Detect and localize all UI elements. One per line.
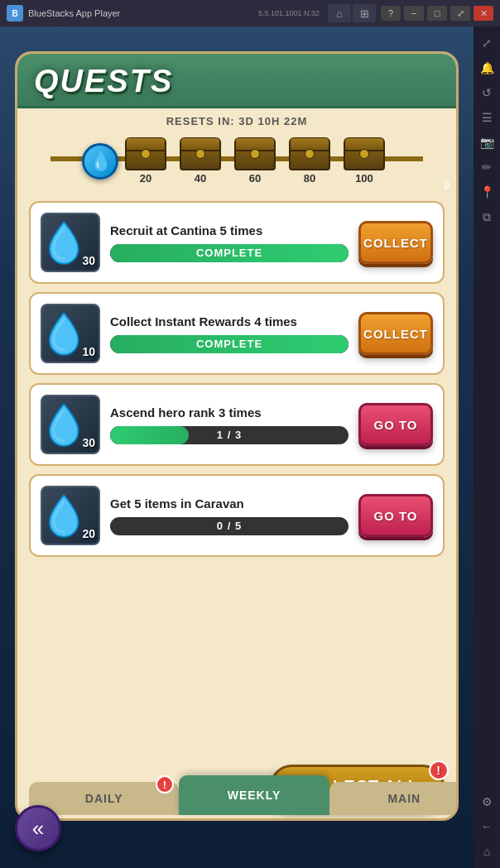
help-button[interactable]: ? <box>381 6 401 21</box>
minimize-button[interactable]: − <box>404 6 424 21</box>
chest-icon-1 <box>125 137 166 170</box>
quest-3-progress-fill <box>110 426 189 444</box>
home-nav-button[interactable]: ⌂ <box>328 4 351 22</box>
home-icon[interactable]: ⌂ <box>477 842 497 861</box>
quest-item-2: 10 Collect Instant Rewards 4 times COMPL… <box>29 292 445 375</box>
progress-track: 💧 0 20 40 60 80 100 <box>17 131 456 194</box>
quest-2-collect-button[interactable]: COLLECT <box>358 312 433 355</box>
quest-3-progress-bar: 1 / 3 <box>110 426 349 444</box>
game-area: QUESTS RESETS IN: 3D 10H 22M 💧 0 20 40 6… <box>0 26 474 868</box>
quest-3-goto-button[interactable]: GO TO <box>358 403 433 446</box>
chest-label-4: 80 <box>304 172 315 185</box>
track-chest-2: 40 <box>180 137 221 185</box>
quest-4-number: 20 <box>82 527 95 540</box>
quest-2-title: Collect Instant Rewards 4 times <box>110 314 349 330</box>
quest-4-progress-text: 0 / 5 <box>217 520 242 532</box>
quest-2-progress-bar: COMPLETE <box>110 335 349 353</box>
quest-drop-icon-2 <box>46 309 82 358</box>
restore-button[interactable]: □ <box>427 6 447 21</box>
quest-drop-icon-3 <box>46 400 82 449</box>
quest-drop-icon-4 <box>46 491 82 540</box>
camera-icon[interactable]: 📷 <box>477 132 497 152</box>
quest-item-4: 20 Get 5 items in Caravan 0 / 5 GO TO <box>29 474 445 557</box>
track-chest-1: 20 <box>125 137 166 185</box>
tab-weekly-label: WEEKLY <box>228 789 281 802</box>
quest-3-title: Ascend hero rank 3 times <box>110 405 349 421</box>
quest-item-3: 30 Ascend hero rank 3 times 1 / 3 GO TO <box>29 383 445 466</box>
quest-icon-box-1: 30 <box>41 213 100 272</box>
quests-header: QUESTS <box>17 54 456 108</box>
quest-4-progress-bar: 0 / 5 <box>110 517 349 535</box>
track-start: 💧 0 <box>82 143 118 180</box>
bottom-tabs: DAILY ! WEEKLY MAIN ! <box>17 772 459 818</box>
quest-3-progress-text: 1 / 3 <box>217 429 242 441</box>
pin-icon[interactable]: 📍 <box>477 182 497 202</box>
quest-item-1: 30 Recruit at Cantina 5 times COMPLETE C… <box>29 201 445 284</box>
maximize-button[interactable]: ⤢ <box>450 6 470 21</box>
layers-icon[interactable]: ⧉ <box>477 207 497 227</box>
chest-label-2: 40 <box>195 172 206 185</box>
tab-main[interactable]: MAIN ! <box>329 782 459 815</box>
close-button[interactable]: ✕ <box>474 6 493 21</box>
chest-icon-2 <box>180 137 221 170</box>
edit-icon[interactable]: ✏ <box>477 157 497 177</box>
quest-1-title: Recruit at Cantina 5 times <box>110 223 349 239</box>
quests-title: QUESTS <box>34 64 440 99</box>
track-start-value: 0 <box>444 180 450 191</box>
tab-main-badge: ! <box>456 775 459 794</box>
back-button[interactable]: « <box>15 805 61 851</box>
quest-1-content: Recruit at Cantina 5 times COMPLETE <box>110 223 349 262</box>
tab-daily-label: DAILY <box>85 792 123 805</box>
tab-main-label: MAIN <box>387 792 421 805</box>
quest-1-progress-bar: COMPLETE <box>110 244 349 262</box>
expand-icon[interactable]: ⤢ <box>477 33 497 53</box>
tab-weekly[interactable]: WEEKLY <box>179 775 329 815</box>
quest-icon-box-3: 30 <box>41 395 100 454</box>
chest-label-5: 100 <box>355 172 373 185</box>
rotate-icon[interactable]: ↺ <box>477 83 497 103</box>
quest-list: 30 Recruit at Cantina 5 times COMPLETE C… <box>17 194 456 756</box>
track-chest-5: 100 <box>344 137 385 185</box>
chest-icon-5 <box>344 137 385 170</box>
quest-2-content: Collect Instant Rewards 4 times COMPLETE <box>110 314 349 353</box>
drop-icon: 💧 <box>89 151 112 172</box>
quest-4-content: Get 5 items in Caravan 0 / 5 <box>110 496 349 535</box>
right-sidebar: ⤢ 🔔 ↺ ☰ 📷 ✏ 📍 ⧉ ⚙ ← ⌂ <box>474 26 500 868</box>
quest-drop-icon-1 <box>46 218 82 267</box>
window-controls: ? − □ ⤢ ✕ <box>381 6 493 21</box>
chest-label-1: 20 <box>140 172 151 185</box>
quest-4-goto-button[interactable]: GO TO <box>358 494 433 537</box>
back-icon: « <box>32 816 44 842</box>
chest-icon-3 <box>234 137 276 170</box>
quest-1-collect-button[interactable]: COLLECT <box>358 221 433 264</box>
resets-timer: RESETS IN: 3D 10H 22M <box>17 108 456 131</box>
track-chest-4: 80 <box>289 137 330 185</box>
chest-label-3: 60 <box>249 172 261 185</box>
quest-3-number: 30 <box>82 436 95 449</box>
chest-icon-4 <box>289 137 330 170</box>
quests-panel: QUESTS RESETS IN: 3D 10H 22M 💧 0 20 40 6… <box>15 51 459 821</box>
quest-3-content: Ascend hero rank 3 times 1 / 3 <box>110 405 349 444</box>
quest-2-progress-text: COMPLETE <box>196 338 262 350</box>
settings-icon[interactable]: ⚙ <box>477 792 497 812</box>
app-version: 5.5.101.1001 N:32 <box>258 9 320 17</box>
titlebar: B BlueStacks App Player 5.5.101.1001 N:3… <box>0 0 500 26</box>
track-chest-3: 60 <box>234 137 276 185</box>
quest-icon-box-4: 20 <box>41 486 100 545</box>
quest-4-title: Get 5 items in Caravan <box>110 496 349 512</box>
arrow-left-icon[interactable]: ← <box>477 817 497 837</box>
tab-daily-badge: ! <box>156 775 174 794</box>
quest-1-number: 30 <box>82 254 95 267</box>
quest-icon-box-2: 10 <box>41 304 100 363</box>
quest-1-progress-text: COMPLETE <box>196 247 262 259</box>
titlebar-nav: ⌂ ⊞ <box>328 4 376 22</box>
quest-2-number: 10 <box>82 345 95 358</box>
app-title: BlueStacks App Player <box>28 8 253 18</box>
bell-icon[interactable]: 🔔 <box>477 58 497 78</box>
grid-nav-button[interactable]: ⊞ <box>353 4 376 22</box>
list-icon[interactable]: ☰ <box>477 108 497 127</box>
app-logo: B <box>7 5 23 22</box>
